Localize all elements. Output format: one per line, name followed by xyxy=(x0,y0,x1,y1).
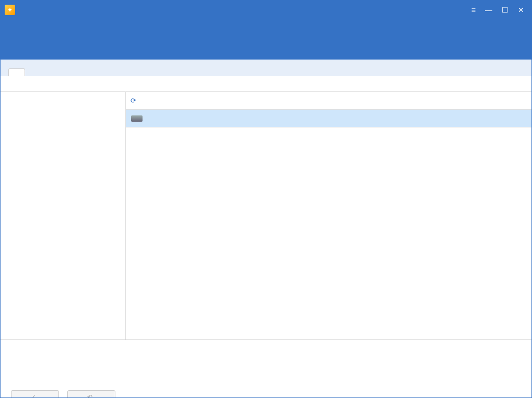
main-toolbar xyxy=(1,19,531,60)
table-header: ⟳ xyxy=(126,92,531,110)
titlebar: ✦ ≡ ― ☐ ✕ xyxy=(1,1,531,19)
menu-icon[interactable]: ≡ xyxy=(471,6,476,14)
apply-button[interactable]: ✓ xyxy=(11,390,59,398)
sidebar xyxy=(1,92,126,340)
disk-row[interactable] xyxy=(126,110,531,127)
tab-partition-management[interactable] xyxy=(8,68,25,76)
undo-button[interactable]: ↶ xyxy=(67,390,115,398)
close-icon[interactable]: ✕ xyxy=(518,6,524,14)
maximize-icon[interactable]: ☐ xyxy=(502,6,509,14)
menu-bar xyxy=(1,76,531,92)
refresh-icon[interactable]: ⟳ xyxy=(126,97,140,104)
footer: ✓ ↶ xyxy=(1,384,531,398)
tab-bar xyxy=(1,60,531,76)
disk-icon xyxy=(131,115,143,122)
disk-map xyxy=(1,340,531,384)
minimize-icon[interactable]: ― xyxy=(485,6,492,14)
main-panel: ⟳ xyxy=(126,92,531,340)
app-logo-icon: ✦ xyxy=(5,5,15,15)
